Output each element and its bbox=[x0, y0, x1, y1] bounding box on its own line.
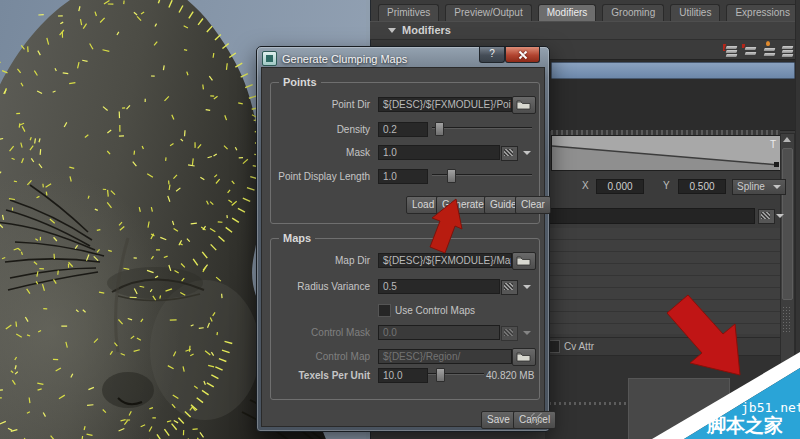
dialog-title-bar[interactable]: Generate Clumping Maps bbox=[262, 50, 479, 67]
map-icon-button[interactable] bbox=[758, 209, 775, 224]
popup-fragment bbox=[628, 378, 730, 439]
layers-flame-icon[interactable] bbox=[761, 44, 776, 56]
mask-label: Mask bbox=[268, 147, 370, 158]
mask-input[interactable]: 1.0 bbox=[378, 145, 500, 160]
map-dir-input[interactable]: ${DESC}/${FXMODULE}/Maps/ bbox=[378, 253, 512, 268]
dialog-title: Generate Clumping Maps bbox=[282, 53, 407, 65]
map-dir-label: Map Dir bbox=[268, 255, 370, 266]
control-mask-input: 0.0 bbox=[378, 325, 500, 340]
use-control-maps-checkbox[interactable] bbox=[378, 304, 391, 317]
collapse-triangle-icon bbox=[388, 28, 396, 33]
tab-preview-output[interactable]: Preview/Output bbox=[445, 4, 531, 21]
point-display-length-input[interactable]: 1.0 bbox=[378, 169, 428, 184]
radius-variance-dropdown-icon[interactable] bbox=[523, 285, 531, 289]
control-map-label: Control Map bbox=[268, 351, 370, 362]
layers-doc-icon[interactable] bbox=[779, 44, 794, 56]
density-input[interactable]: 0.2 bbox=[378, 122, 428, 137]
cv-attr-row: Cv Attr bbox=[545, 337, 783, 356]
radius-variance-label: Radius Variance bbox=[268, 281, 370, 292]
curve-x-value[interactable]: 0.000 bbox=[596, 179, 644, 194]
scrollbar-grip bbox=[782, 306, 791, 334]
tab-modifiers[interactable]: Modifiers bbox=[538, 4, 597, 21]
cv-attr-label: Cv Attr bbox=[564, 341, 594, 352]
tab-grooming[interactable]: Grooming bbox=[602, 4, 664, 21]
interpolation-dropdown[interactable]: Spline bbox=[732, 179, 786, 195]
panel-edge-strip bbox=[795, 0, 800, 439]
point-display-length-slider[interactable] bbox=[432, 169, 532, 181]
texels-per-unit-slider[interactable] bbox=[428, 368, 484, 380]
dialog-body: Points Point Dir ${DESC}/${FXMODULE}/Poi… bbox=[261, 67, 545, 427]
close-icon bbox=[519, 51, 527, 59]
tab-expressions[interactable]: Expressions bbox=[726, 4, 798, 21]
scrollbar-thumb[interactable] bbox=[782, 148, 793, 300]
dotted-divider bbox=[549, 402, 629, 405]
point-display-length-label: Point Display Length bbox=[268, 171, 370, 182]
curve-x-label: X bbox=[582, 180, 589, 191]
density-slider[interactable] bbox=[432, 122, 532, 134]
tab-utilities[interactable]: Utilities bbox=[670, 4, 720, 21]
texels-per-unit-label: Texels Per Unit bbox=[268, 370, 370, 381]
control-map-input: ${DESC}/Region/ bbox=[378, 349, 512, 364]
modifiers-section-title: Modifiers bbox=[402, 24, 451, 36]
curve-y-label: Y bbox=[663, 180, 670, 191]
density-label: Density bbox=[268, 124, 370, 135]
layers-red-bar-icon[interactable] bbox=[723, 44, 738, 56]
ramp-marker-label: T bbox=[770, 139, 776, 150]
use-control-maps-label: Use Control Maps bbox=[395, 305, 475, 316]
close-button[interactable] bbox=[505, 47, 540, 63]
help-button[interactable]: ? bbox=[479, 47, 505, 63]
resize-grip[interactable] bbox=[531, 413, 543, 425]
clear-button[interactable]: Clear bbox=[515, 196, 551, 214]
control-mask-dropdown-icon bbox=[523, 331, 531, 335]
point-dir-label: Point Dir bbox=[268, 99, 370, 110]
application-window: PrimitivesPreview/OutputModifiersGroomin… bbox=[0, 0, 800, 439]
radius-variance-input[interactable]: 0.5 bbox=[378, 279, 500, 294]
folder-icon bbox=[517, 353, 530, 361]
mask-map-button[interactable] bbox=[501, 146, 518, 161]
selected-modifier-row[interactable] bbox=[551, 62, 795, 79]
mask-dropdown-icon[interactable] bbox=[523, 151, 531, 155]
ramp-end-key[interactable] bbox=[774, 162, 779, 167]
control-map-browse-button[interactable] bbox=[512, 348, 536, 366]
expression-field[interactable] bbox=[549, 208, 755, 224]
folder-icon bbox=[517, 101, 530, 109]
curve-y-value[interactable]: 0.500 bbox=[678, 179, 726, 194]
chevron-down-icon[interactable] bbox=[776, 214, 784, 218]
radius-variance-map-button[interactable] bbox=[501, 280, 518, 295]
panel-tab-bar: PrimitivesPreview/OutputModifiersGroomin… bbox=[370, 0, 800, 22]
dialog-icon bbox=[262, 51, 277, 66]
texels-per-unit-input[interactable]: 10.0 bbox=[378, 368, 428, 383]
point-dir-browse-button[interactable] bbox=[512, 96, 536, 114]
modifiers-section-header[interactable]: Modifiers bbox=[370, 22, 800, 40]
chevron-down-icon bbox=[773, 185, 781, 189]
maps-group-title: Maps bbox=[279, 232, 315, 244]
generate-button[interactable]: Generate bbox=[436, 196, 490, 214]
attribute-rows-area bbox=[549, 228, 781, 334]
map-size-estimate: 40.820 MB bbox=[486, 370, 534, 381]
point-dir-input[interactable]: ${DESC}/${FXMODULE}/Points/ bbox=[378, 97, 512, 112]
control-mask-label: Control Mask bbox=[268, 327, 370, 338]
folder-icon bbox=[517, 257, 530, 265]
layers-mail-icon[interactable] bbox=[742, 44, 757, 56]
map-dir-browse-button[interactable] bbox=[512, 252, 536, 270]
save-button[interactable]: Save bbox=[481, 411, 516, 429]
points-group-title: Points bbox=[279, 76, 321, 88]
control-mask-map-button bbox=[501, 326, 518, 341]
falloff-ramp-editor[interactable]: T bbox=[551, 135, 782, 171]
tab-primitives[interactable]: Primitives bbox=[378, 4, 439, 21]
generate-clumping-maps-dialog: Generate Clumping Maps ? Points Point Di… bbox=[256, 46, 550, 432]
scroll-up-icon[interactable] bbox=[783, 137, 791, 142]
